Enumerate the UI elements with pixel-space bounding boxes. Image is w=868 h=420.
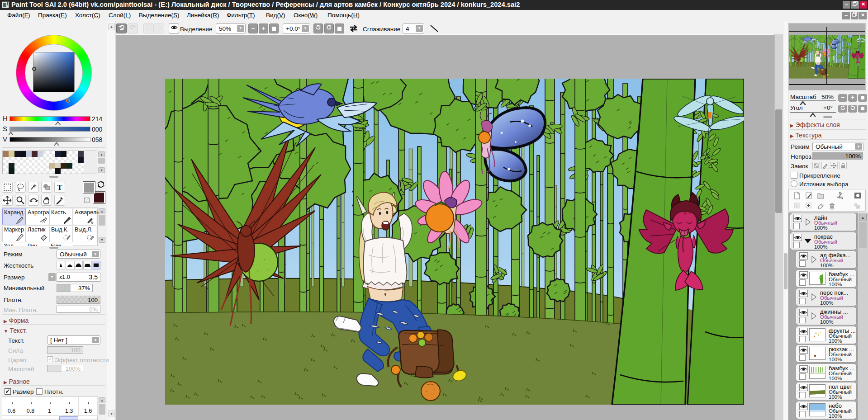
svg-text:T: T bbox=[57, 183, 62, 192]
